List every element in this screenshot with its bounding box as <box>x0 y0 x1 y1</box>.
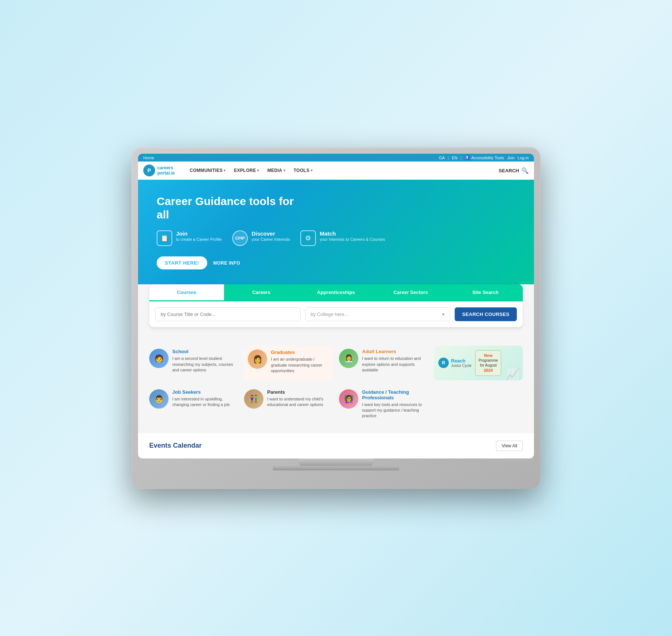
empty-cell <box>434 386 523 422</box>
laptop-stand <box>299 458 373 466</box>
nav-tools[interactable]: TOOLS ▾ <box>290 166 316 175</box>
nav-communities[interactable]: COMMUNITIES ▾ <box>186 166 230 175</box>
card-guidance[interactable]: 👩‍🏫 Guidance / Teaching Professionals I … <box>339 386 428 422</box>
avatar-jobseekers: 👨 <box>149 389 169 409</box>
cards-section: 🧑 School I am a second level student res… <box>138 338 534 433</box>
card-school[interactable]: 🧑 School I am a second level student res… <box>149 346 238 380</box>
join-text: Join to create a Career Profile <box>176 230 222 242</box>
course-search-input[interactable] <box>155 307 301 321</box>
card-adult-title: Adult Learners <box>362 349 428 354</box>
search-button[interactable]: SEARCH 🔍 <box>499 167 529 174</box>
nav-explore[interactable]: EXPLORE ▾ <box>230 166 263 175</box>
card-adult-learners[interactable]: 👩‍💼 Adult Learners I want to return to e… <box>339 346 428 380</box>
lang-ga[interactable]: GA <box>439 156 445 160</box>
accessibility-tools-btn[interactable]: ♿ Accessibility Tools <box>464 155 504 160</box>
card-jobseekers-content: Job Seekers I am interested in upskillin… <box>172 389 238 408</box>
avatar-adult: 👩‍💼 <box>339 349 358 368</box>
accessibility-icon: ♿ <box>464 155 470 160</box>
reach-subtitle: Junior Cycle <box>451 364 471 368</box>
logo-text: careers portal.ie <box>157 165 175 176</box>
card-guidance-desc: I want key tools and resources to suppor… <box>362 402 428 419</box>
events-title: Events Calendar <box>149 442 202 450</box>
join-link[interactable]: Join <box>507 156 515 160</box>
search-icon: 🔍 <box>521 167 529 174</box>
chevron-down-icon: ▾ <box>284 169 285 172</box>
chevron-down-icon: ▾ <box>442 311 445 317</box>
join-icon: 📋 <box>157 230 172 246</box>
avatar-school: 🧑 <box>149 349 169 368</box>
nav-bar: P careers portal.ie COMMUNITIES ▾ EXPLOR… <box>138 162 534 180</box>
chevron-down-icon: ▾ <box>224 169 225 172</box>
tab-careers[interactable]: Careers <box>224 284 299 301</box>
card-adult-desc: I want to return to education and explor… <box>362 356 428 373</box>
card-parents-desc: I want to understand my child's educatio… <box>267 396 333 408</box>
tab-site-search[interactable]: Site Search <box>448 284 523 301</box>
home-link[interactable]: Home <box>143 156 154 160</box>
card-jobseekers[interactable]: 👨 Job Seekers I am interested in upskill… <box>149 386 238 422</box>
nav-media[interactable]: MEDIA ▾ <box>263 166 289 175</box>
more-info-button[interactable]: MORE INFO <box>213 261 240 266</box>
card-graduates-desc: I am an undergraduate / graduate researc… <box>271 357 329 374</box>
hero-feature-match: ⚙ Match your Interests to Careers & Cour… <box>300 230 385 246</box>
nav-links: COMMUNITIES ▾ EXPLORE ▾ MEDIA ▾ TOOLS ▾ <box>186 166 491 175</box>
match-text: Match your Interests to Careers & Course… <box>320 230 385 242</box>
card-graduates[interactable]: 👩 Graduates I am an undergraduate / grad… <box>244 346 333 380</box>
reach-programme: Programme <box>479 358 498 363</box>
avatar-graduates: 👩 <box>248 349 267 369</box>
search-bar: by College here... ▾ SEARCH COURSES <box>149 301 523 327</box>
card-guidance-content: Guidance / Teaching Professionals I want… <box>362 389 428 419</box>
search-tabs: Courses Careers Apprenticeships Career S… <box>149 284 523 301</box>
card-parents-content: Parents I want to understand my child's … <box>267 389 333 408</box>
reach-new-label: New <box>479 353 498 358</box>
card-graduates-content: Graduates I am an undergraduate / gradua… <box>271 349 329 374</box>
card-jobseekers-title: Job Seekers <box>172 389 238 395</box>
events-section: Events Calendar View All <box>138 433 534 458</box>
card-school-desc: I am a second level student researching … <box>172 356 238 373</box>
tab-career-sectors[interactable]: Career Sectors <box>373 284 448 301</box>
reach-year: 2024 <box>479 368 498 373</box>
hero-feature-join: 📋 Join to create a Career Profile <box>157 230 222 246</box>
reach-logo-circle: R <box>438 358 449 368</box>
reach-for-august: for August <box>479 363 498 368</box>
logo[interactable]: P careers portal.ie <box>143 164 175 176</box>
reach-badge: New Programme for August 2024 <box>475 350 501 376</box>
card-school-content: School I am a second level student resea… <box>172 349 238 373</box>
search-section: Courses Careers Apprenticeships Career S… <box>138 284 534 338</box>
card-graduates-title: Graduates <box>271 349 329 355</box>
chevron-down-icon: ▾ <box>257 169 259 172</box>
login-link[interactable]: Log in <box>518 156 529 160</box>
tab-courses[interactable]: Courses <box>149 284 224 301</box>
card-school-title: School <box>172 349 238 354</box>
search-courses-button[interactable]: SEARCH COURSES <box>455 307 517 321</box>
hero-buttons: START HERE! MORE INFO <box>157 256 515 269</box>
cpip-icon: CPIP <box>232 230 248 246</box>
hero-features: 📋 Join to create a Career Profile CPIP D… <box>157 230 515 246</box>
card-parents[interactable]: 👫 Parents I want to understand my child'… <box>244 386 333 422</box>
card-guidance-title: Guidance / Teaching Professionals <box>362 389 428 400</box>
lang-en[interactable]: EN <box>452 156 457 160</box>
hero-title: Career Guidance tools for all <box>157 195 305 221</box>
reach-decoration: 📈 <box>506 367 520 380</box>
avatar-guidance: 👩‍🏫 <box>339 389 358 409</box>
laptop-base <box>273 466 399 470</box>
tab-apprenticeships[interactable]: Apprenticeships <box>299 284 374 301</box>
start-here-button[interactable]: START HERE! <box>157 256 207 269</box>
reach-title: Reach <box>451 358 471 364</box>
hero-feature-discover: CPIP Discover your Career Interests <box>232 230 290 246</box>
card-jobseekers-desc: I am interested in upskilling, changing … <box>172 396 238 408</box>
topbar-left: Home <box>143 156 154 160</box>
avatar-parents: 👫 <box>244 389 263 409</box>
chevron-down-icon: ▾ <box>311 169 313 172</box>
topbar-right: GA | EN | ♿ Accessibility Tools Join Log… <box>439 155 529 160</box>
card-adult-content: Adult Learners I want to return to educa… <box>362 349 428 373</box>
hero-section: Career Guidance tools for all 📋 Join to … <box>138 180 534 299</box>
match-icon: ⚙ <box>300 230 316 246</box>
cards-grid: 🧑 School I am a second level student res… <box>149 346 523 422</box>
reach-banner[interactable]: R Reach Junior Cycle New Programme for A… <box>434 346 523 380</box>
logo-circle: P <box>143 164 155 176</box>
discover-text: Discover your Career Interests <box>252 230 290 242</box>
top-bar: Home GA | EN | ♿ Accessibility Tools Joi… <box>138 154 534 162</box>
card-parents-title: Parents <box>267 389 333 395</box>
view-all-button[interactable]: View All <box>496 441 523 451</box>
college-select[interactable]: by College here... ▾ <box>305 307 451 321</box>
